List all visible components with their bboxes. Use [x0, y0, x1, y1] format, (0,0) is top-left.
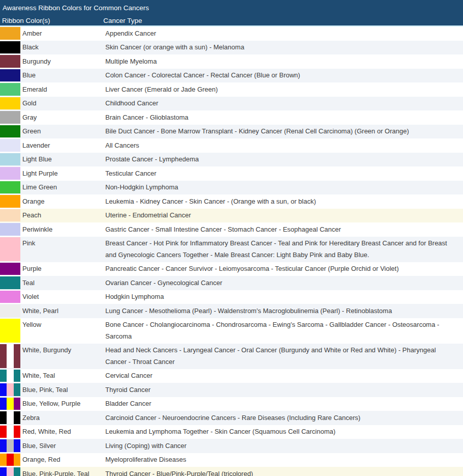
ribbon-swatch-stripe	[14, 411, 20, 424]
ribbon-swatch-stripe	[0, 383, 7, 396]
ribbon-color-name: Emerald	[22, 82, 105, 97]
ribbon-swatch-stripe	[7, 344, 13, 368]
ribbon-color-name: Violet	[22, 290, 105, 304]
awareness-ribbon-table: Awareness Ribbon Colors for Common Cance…	[0, 0, 463, 476]
cancer-type-text: Brain Cancer - Glioblastoma	[105, 110, 463, 125]
table-title-bar: Awareness Ribbon Colors for Common Cance…	[0, 0, 463, 15]
table-row: Blue, Silver Living (Coping) with Cancer	[0, 439, 463, 453]
ribbon-color-swatch	[0, 398, 20, 410]
table-row: Teal Ovarian Cancer - Gynecological Canc…	[0, 276, 463, 290]
cancer-type-text: Lung Cancer - Mesothelioma (Pearl) - Wal…	[105, 304, 463, 318]
ribbon-color-name: Purple	[22, 262, 105, 276]
ribbon-color-name: Light Blue	[22, 153, 105, 167]
table-row: Lime Green Non-Hodgkin Lymphoma	[0, 181, 463, 195]
cancer-type-text: Prostate Cancer - Lymphedema	[105, 153, 463, 167]
ribbon-color-swatch	[0, 263, 20, 275]
page-title: Awareness Ribbon Colors for Common Cance…	[3, 4, 149, 12]
ribbon-swatch-stripe	[0, 344, 7, 368]
ribbon-swatch-stripe	[0, 69, 20, 82]
ribbon-swatch-stripe	[0, 97, 20, 110]
column-header-cancer-type: Cancer Type	[103, 17, 463, 24]
ribbon-swatch-stripe	[0, 304, 20, 317]
ribbon-color-swatch	[0, 125, 20, 138]
ribbon-swatch-stripe	[0, 209, 20, 222]
table-row: Peach Uterine - Endometrial Cancer	[0, 209, 463, 223]
ribbon-swatch-stripe	[0, 181, 20, 194]
table-row: Blue, Pink-Purple, Teal Thyroid Cancer -…	[0, 467, 463, 476]
ribbon-swatch-stripe	[7, 398, 13, 410]
ribbon-color-swatch	[0, 209, 20, 222]
table-body: Amber Appendix Cancer Black Skin Cancer …	[0, 26, 463, 476]
ribbon-color-name: Light Purple	[22, 166, 105, 181]
ribbon-color-name: Orange, Red	[22, 453, 105, 467]
cancer-type-text: Pancreatic Cancer - Cancer Survivor - Le…	[105, 262, 463, 276]
table-row: Burgundy Multiple Myeloma	[0, 54, 463, 69]
ribbon-color-swatch	[0, 167, 20, 180]
ribbon-swatch-stripe	[0, 467, 7, 476]
ribbon-swatch-stripe	[0, 195, 20, 208]
ribbon-color-swatch	[0, 181, 20, 194]
ribbon-color-name: Gray	[22, 110, 105, 125]
ribbon-swatch-stripe	[0, 41, 20, 54]
table-row: White, Pearl Lung Cancer - Mesothelioma …	[0, 304, 463, 318]
ribbon-swatch-stripe	[14, 426, 20, 438]
ribbon-swatch-stripe	[14, 383, 20, 396]
ribbon-swatch-stripe	[14, 344, 20, 368]
ribbon-swatch-stripe	[0, 153, 20, 166]
ribbon-color-name: White, Pearl	[22, 304, 105, 318]
table-header: Ribbon Color(s) Cancer Type	[0, 15, 463, 26]
ribbon-color-swatch	[0, 344, 20, 368]
ribbon-color-name: Amber	[22, 26, 105, 41]
cancer-type-text: Bile Duct Cancer - Bone Marrow Transplan…	[105, 125, 463, 139]
cancer-type-text: Myeloproliferative Diseases	[105, 453, 463, 467]
ribbon-color-swatch	[0, 195, 20, 208]
ribbon-color-name: Blue, Yellow, Purple	[22, 397, 105, 411]
cancer-type-text: Childhood Cancer	[105, 97, 463, 111]
ribbon-swatch-stripe	[0, 223, 20, 236]
table-row: White, Burgundy Head and Neck Cancers - …	[0, 344, 463, 369]
ribbon-color-name: Blue, Pink-Purple, Teal	[22, 467, 105, 476]
ribbon-color-name: Pink	[22, 237, 105, 262]
cancer-type-text: Breast Cancer - Hot Pink for Inflammator…	[105, 237, 463, 262]
cancer-type-text: Multiple Myeloma	[105, 54, 463, 69]
cancer-type-text: Appendix Cancer	[105, 26, 463, 41]
cancer-type-text: Gastric Cancer - Small Intestine Cancer …	[105, 222, 463, 237]
ribbon-swatch-stripe	[0, 55, 20, 68]
ribbon-color-swatch	[0, 370, 20, 382]
ribbon-swatch-stripe	[7, 383, 13, 396]
ribbon-swatch-stripe	[0, 263, 20, 275]
table-row: Amber Appendix Cancer	[0, 26, 463, 41]
ribbon-color-swatch	[0, 139, 20, 152]
cancer-type-text: Ovarian Cancer - Gynecological Cancer	[105, 276, 463, 290]
ribbon-swatch-stripe	[0, 411, 7, 424]
ribbon-color-swatch	[0, 55, 20, 68]
ribbon-swatch-stripe	[0, 439, 7, 452]
cancer-type-text: Cervical Cancer	[105, 369, 463, 383]
ribbon-color-name: Blue, Silver	[22, 439, 105, 453]
table-row: Light Purple Testicular Cancer	[0, 166, 463, 181]
ribbon-color-name: Blue, Pink, Teal	[22, 383, 105, 397]
table-row: Lavender All Cancers	[0, 138, 463, 153]
ribbon-color-swatch	[0, 411, 20, 424]
cancer-type-text: Bone Cancer - Cholangiocarcinoma - Chond…	[105, 318, 463, 344]
ribbon-swatch-stripe	[0, 139, 20, 152]
ribbon-color-name: Gold	[22, 97, 105, 111]
ribbon-color-swatch	[0, 41, 20, 54]
ribbon-swatch-stripe	[0, 276, 20, 289]
ribbon-swatch-stripe	[14, 370, 20, 382]
ribbon-color-name: Burgundy	[22, 54, 105, 69]
ribbon-swatch-stripe	[14, 467, 20, 476]
ribbon-color-swatch	[0, 383, 20, 396]
table-row: Purple Pancreatic Cancer - Cancer Surviv…	[0, 262, 463, 276]
table-row: White, Teal Cervical Cancer	[0, 369, 463, 383]
ribbon-swatch-stripe	[0, 319, 20, 343]
cancer-type-text: Leukemia and Lymphoma Together - Skin Ca…	[105, 425, 463, 439]
table-row: Blue, Pink, Teal Thyroid Cancer	[0, 383, 463, 397]
cancer-type-text: Liver Cancer (Emerald or Jade Green)	[105, 82, 463, 97]
ribbon-color-name: Periwinkle	[22, 222, 105, 237]
table-row: Orange Leukemia - Kidney Cancer - Skin C…	[0, 194, 463, 209]
ribbon-swatch-stripe	[14, 398, 20, 410]
ribbon-color-swatch	[0, 319, 20, 343]
cancer-type-text: Testicular Cancer	[105, 166, 463, 181]
ribbon-color-swatch	[0, 223, 20, 236]
